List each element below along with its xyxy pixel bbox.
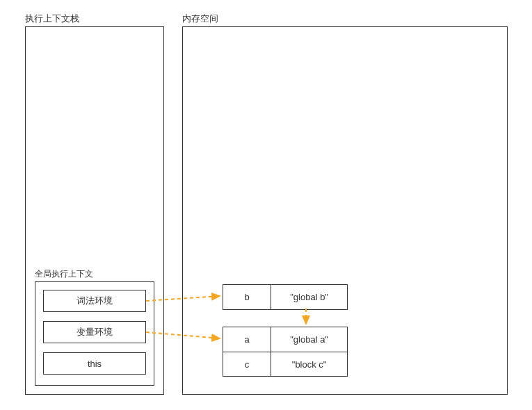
global-context-title: 全局执行上下文 xyxy=(35,268,93,280)
cell-key: c xyxy=(223,352,271,376)
cell-val: "block c" xyxy=(271,352,347,376)
cell-val: "global b" xyxy=(271,285,347,309)
this-box: this xyxy=(43,352,146,375)
cell-key: a xyxy=(223,327,271,352)
memory-title: 内存空间 xyxy=(182,13,218,25)
lexical-environment-box: 词法环境 xyxy=(43,290,146,312)
memory-table-b: b "global b" xyxy=(223,284,348,310)
table-row: c "block c" xyxy=(223,352,347,376)
diagram-canvas: 执行上下文栈 内存空间 全局执行上下文 词法环境 变量环境 this b "gl… xyxy=(0,0,532,410)
cell-val: "global a" xyxy=(271,327,347,352)
stack-title: 执行上下文栈 xyxy=(25,13,79,25)
variable-environment-box: 变量环境 xyxy=(43,321,146,343)
memory-table-ac: a "global a" c "block c" xyxy=(223,327,348,377)
table-row: b "global b" xyxy=(223,285,347,309)
table-row: a "global a" xyxy=(223,327,347,352)
cell-key: b xyxy=(223,285,271,309)
